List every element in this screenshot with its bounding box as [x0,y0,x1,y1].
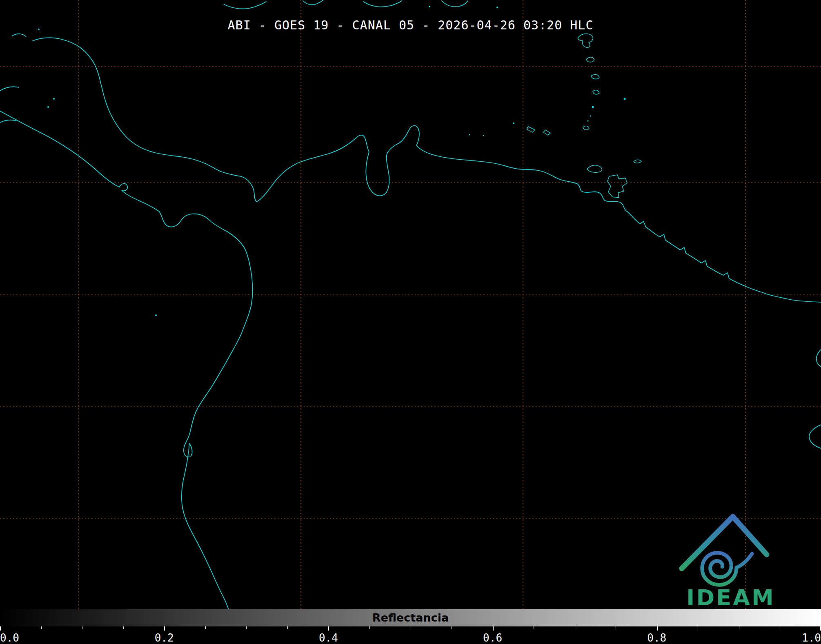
coast-fragment-right-edge-b [809,425,821,448]
coast-fragment-left-edge-b [0,120,16,123]
island-dot [587,120,589,122]
colorbar-minor-tick [452,626,452,629]
colorbar-minor-tick [534,626,534,629]
satellite-image-viewport: ABI - GOES 19 - CANAL 05 - 2026-04-26 03… [0,0,821,644]
colorbar-tick-label: 0.0 [0,632,19,644]
colorbar-tick-label: 0.6 [483,632,502,644]
colorbar-minor-tick [616,626,616,629]
colorbar-minor-tick [287,626,288,629]
coast-fragment-top-b [303,0,323,5]
colorbar-tick-label: 0.4 [319,632,338,644]
ideam-logo-text: IDEAM [686,585,775,611]
colorbar-minor-tick [82,626,82,629]
coast-fragment-top-a [224,2,266,9]
colorbar-minor-tick [369,626,370,629]
colorbar-minor-tick [41,626,42,629]
logo-mountain-icon [682,517,767,568]
colorbar-minor-tick [575,626,575,629]
island-dot [469,134,470,136]
image-title: ABI - GOES 19 - CANAL 05 - 2026-04-26 03… [0,18,821,32]
coast-pacific-mainland [0,111,253,609]
coast-fragment-right-edge-a [817,350,821,367]
colorbar-minor-tick [123,626,124,629]
logo-cyclone-spiral-icon [702,553,752,585]
colorbar-major-tick [493,626,494,631]
coast-fragment-northwest-a [12,34,26,37]
colorbar-minor-tick [246,626,247,629]
colorbar-axis: 0.00.20.40.60.81.0 [0,626,821,644]
colorbar-tick-label: 0.2 [155,632,174,644]
island-dot [429,6,430,7]
island-margarita [587,165,602,173]
island-trinidad [607,175,627,198]
island-dot [592,106,594,108]
island-dot [483,135,484,136]
colorbar-minor-tick [780,626,780,629]
island-dot [624,98,626,100]
island-antilles-4 [593,90,599,94]
island-dot [496,7,498,8]
island-dot [590,116,591,117]
island-tobago [634,160,641,163]
island-antilles-2 [586,57,594,62]
island-antilles-1 [578,34,593,48]
colorbar-major-tick [657,626,658,631]
coast-fragment-left-edge-a [0,87,19,91]
coast-fragment-northwest-b [33,38,80,47]
coast-fragment-top-c [363,1,402,7]
coast-caribbean-mainland [80,47,821,302]
island-antilles-3 [591,75,599,79]
island-antilles-5 [583,126,589,129]
colorbar-major-tick [0,626,1,631]
colorbar-major-tick [164,626,165,631]
colorbar-minor-tick [698,626,698,629]
colorbar-tick-label: 0.8 [647,632,666,644]
colorbar-minor-tick [205,626,206,629]
island-offshore-2 [543,130,550,135]
colorbar-major-tick [328,626,329,631]
colorbar-minor-tick [411,626,411,629]
colorbar-tick-label: 1.0 [802,632,821,644]
island-offshore-1 [527,127,535,132]
island-dot [53,98,55,100]
coast-fragment-top-d [442,1,468,7]
colorbar-minor-tick [739,626,739,629]
colorbar: Reflectancia [0,609,821,626]
colorbar-label: Reflectancia [0,609,821,626]
ideam-logo: IDEAM [670,506,792,617]
island-dot [47,106,49,108]
island-dot [155,314,157,316]
island-dot [513,123,514,124]
